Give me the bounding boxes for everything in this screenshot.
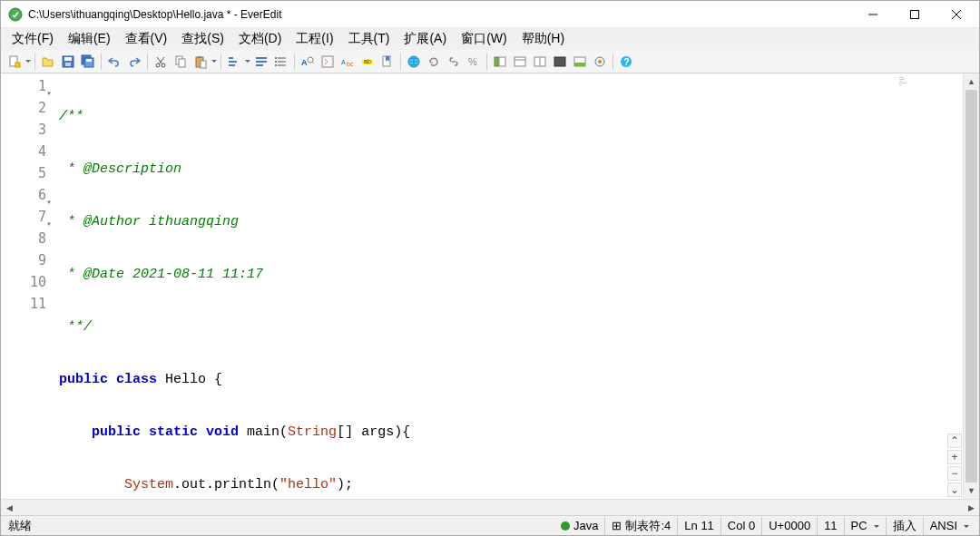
status-dot-icon [561,521,570,531]
maximize-button[interactable] [894,1,936,27]
indent-guide-icon[interactable] [224,52,244,72]
status-unicode[interactable]: U+0000 [761,517,817,535]
fullscreen-icon[interactable] [550,52,570,72]
menu-edit[interactable]: 编辑(E) [61,29,118,49]
status-tabsize[interactable]: ⊞制表符:4 [604,517,677,535]
status-lineending[interactable]: PC [844,517,886,535]
save-all-icon[interactable] [78,52,98,72]
status-column[interactable]: Col 0 [720,517,761,535]
svg-rect-2 [911,10,919,18]
app-icon [8,7,23,22]
line-gutter: 1▾ 2 3 4 5 6▾ 7▾ 8 9 10 11 [1,73,54,499]
scroll-right-arrow-icon[interactable]: ▶ [963,500,979,515]
status-ready: 就绪 [5,518,554,534]
find-icon[interactable]: A [298,52,318,72]
status-insert-mode[interactable]: 插入 [886,517,923,535]
scroll-up-arrow-icon[interactable]: ▲ [964,73,979,90]
menu-tools[interactable]: 工具(T) [341,29,397,49]
svg-rect-45 [495,57,498,66]
menu-extend[interactable]: 扩展(A) [397,29,454,49]
svg-point-32 [275,61,277,63]
scroll-left-arrow-icon[interactable]: ◀ [1,500,17,515]
svg-rect-12 [86,59,92,62]
gutter-line: 11 [1,293,46,315]
gutter-line: 3 [1,119,46,141]
svg-rect-18 [179,59,185,67]
indent-dropdown[interactable] [244,57,251,65]
svg-rect-46 [499,57,505,66]
svg-point-31 [275,57,277,59]
status-language[interactable]: Java [554,517,604,535]
menu-help[interactable]: 帮助(H) [514,29,572,49]
status-count[interactable]: 11 [817,517,843,535]
help-icon[interactable]: ? [616,52,636,72]
refresh-icon[interactable] [424,52,444,72]
scroll-down-arrow-icon[interactable]: ▼ [964,482,979,499]
code-editor[interactable]: /** * @Description * @Author ithuangqing… [54,73,963,499]
svg-rect-26 [256,61,267,63]
highlight-icon[interactable]: ab [358,52,377,72]
new-file-dropdown[interactable] [24,57,32,65]
fold-icon[interactable]: ▾ [46,213,52,235]
svg-text:?: ? [624,57,630,67]
new-file-icon[interactable] [5,52,24,72]
minimap[interactable]: ▬▬▬▬▬▬▬▬▬▬▬▬▬▬▬▬▬▬▬▬ [899,77,943,90]
svg-text:bc: bc [347,61,354,67]
replace-icon[interactable] [318,52,338,72]
minimize-button[interactable] [852,1,894,27]
list-icon[interactable] [271,52,291,72]
redo-icon[interactable] [124,52,144,72]
find-in-files-icon[interactable]: Abc [338,52,358,72]
copy-icon[interactable] [171,52,191,72]
toolbar: A Abc ab % ? [1,50,979,73]
status-bar: 就绪 Java ⊞制表符:4 Ln 11 Col 0 U+0000 11 PC … [1,515,979,535]
svg-rect-53 [574,63,585,66]
save-icon[interactable] [58,52,78,72]
zoom-in-icon[interactable]: + [947,450,962,464]
vertical-scrollbar[interactable]: ▲ ▼ [963,73,979,499]
menu-search[interactable]: 查找(S) [174,29,231,49]
title-bar: C:\Users\ithuangqing\Desktop\Hello.java … [1,1,979,28]
undo-icon[interactable] [104,52,124,72]
svg-rect-47 [514,57,525,66]
link-icon[interactable] [444,52,464,72]
gutter-line: 6▾ [1,184,46,206]
bookmark-icon[interactable] [377,52,397,72]
paste-icon[interactable] [191,52,211,72]
cut-icon[interactable] [151,52,171,72]
browser-icon[interactable] [404,52,424,72]
editor-area: 1▾ 2 3 4 5 6▾ 7▾ 8 9 10 11 /** * @Descri… [1,73,979,499]
open-icon[interactable] [38,52,58,72]
fold-icon[interactable]: ▾ [46,191,52,213]
svg-text:A: A [341,59,346,65]
split-icon[interactable] [530,52,550,72]
menu-view[interactable]: 查看(V) [118,29,175,49]
gutter-line: 4 [1,141,46,162]
menu-window[interactable]: 窗口(W) [454,29,514,49]
hex-icon[interactable] [590,52,610,72]
wrap-icon[interactable] [251,52,271,72]
menu-document[interactable]: 文档(D) [231,29,289,49]
close-button[interactable] [936,1,977,27]
scroll-down-icon[interactable]: ⌄ [947,482,962,497]
svg-text:%: % [468,56,477,67]
menu-project[interactable]: 工程(I) [289,29,340,49]
window-title: C:\Users\ithuangqing\Desktop\Hello.java … [28,8,852,21]
zoom-out-icon[interactable]: − [947,466,962,481]
status-encoding[interactable]: ANSI [923,517,975,535]
console-icon[interactable] [570,52,590,72]
scroll-up-icon[interactable]: ⌃ [947,434,962,448]
sidebar-icon[interactable] [490,52,510,72]
gutter-line: 2 [1,97,46,119]
percent-icon[interactable]: % [464,52,484,72]
horizontal-scrollbar[interactable]: ◀ ▶ [1,499,979,515]
paste-dropdown[interactable] [211,57,218,65]
svg-rect-9 [65,63,71,66]
menu-file[interactable]: 文件(F) [5,29,61,49]
gutter-line: 9 [1,249,46,271]
fold-icon[interactable]: ▾ [46,83,52,104]
gutter-line: 7▾ [1,206,46,228]
status-line[interactable]: Ln 11 [677,517,720,535]
svg-rect-25 [256,57,267,59]
panel-icon[interactable] [510,52,530,72]
